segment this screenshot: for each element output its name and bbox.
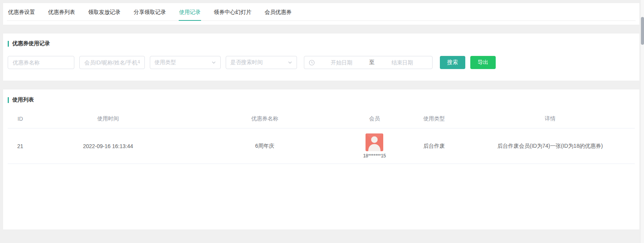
coupon-name-input[interactable] [8, 56, 74, 69]
title-accent-bar [8, 41, 9, 47]
page-container: 优惠券设置 优惠券列表 领取发放记录 分享领取记录 使用记录 领券中心幻灯片 会… [3, 3, 639, 230]
search-time-select[interactable]: 是否搜索时间 [226, 56, 297, 69]
col-header-detail: 详情 [465, 107, 635, 128]
date-range-separator: 至 [367, 59, 377, 66]
tab-coupon-center-slides[interactable]: 领券中心幻灯片 [213, 3, 252, 21]
col-header-id: ID [8, 107, 33, 128]
start-date-input[interactable] [316, 59, 367, 66]
use-type-select[interactable]: 使用类型 [150, 56, 221, 69]
cell-id: 21 [8, 128, 33, 164]
filter-section-title: 优惠券使用记录 [8, 40, 635, 47]
use-type-select-placeholder: 使用类型 [154, 59, 176, 66]
tab-member-coupons[interactable]: 会员优惠券 [264, 3, 292, 21]
list-section-title: 使用列表 [8, 96, 635, 103]
search-time-select-placeholder: 是否搜索时间 [230, 59, 263, 66]
scrollbar[interactable] [640, 0, 644, 243]
tab-usage-records[interactable]: 使用记录 [179, 3, 201, 21]
col-header-use-time: 使用时间 [33, 107, 183, 128]
table-row: 21 2022-09-16 16:13:44 6周年庆 [8, 128, 635, 164]
filter-title-text: 优惠券使用记录 [12, 40, 50, 47]
member-search-input[interactable] [79, 56, 145, 69]
cell-member: 18*******15 [346, 128, 403, 164]
cell-coupon-name: 6周年庆 [183, 128, 346, 164]
usage-record-filter-card: 优惠券使用记录 使用类型 是否搜索时间 [3, 34, 639, 81]
col-header-coupon-name: 优惠券名称 [183, 107, 346, 128]
search-button[interactable]: 搜索 [440, 56, 465, 69]
member-box: 18*******15 [346, 133, 403, 159]
title-accent-bar [8, 97, 9, 103]
member-avatar[interactable] [366, 133, 383, 151]
scrollbar-thumb[interactable] [641, 17, 644, 45]
date-range-picker[interactable]: 至 [304, 56, 433, 69]
table-header-row: ID 使用时间 优惠券名称 会员 使用类型 详情 [8, 107, 635, 128]
tab-coupon-settings[interactable]: 优惠券设置 [8, 3, 35, 21]
tab-receive-issue-records[interactable]: 领取发放记录 [88, 3, 121, 21]
tab-share-receive-records[interactable]: 分享领取记录 [133, 3, 166, 21]
col-header-use-type: 使用类型 [403, 107, 466, 128]
chevron-down-icon [288, 60, 292, 65]
cell-use-type: 后台作废 [403, 128, 466, 164]
clock-icon [309, 60, 315, 66]
col-header-member: 会员 [346, 107, 403, 128]
tab-coupon-list[interactable]: 优惠券列表 [48, 3, 75, 21]
tab-list: 优惠券设置 优惠券列表 领取发放记录 分享领取记录 使用记录 领券中心幻灯片 会… [7, 3, 636, 21]
usage-table: ID 使用时间 优惠券名称 会员 使用类型 详情 21 2022-09-16 1… [8, 107, 635, 164]
usage-list-card: 使用列表 ID 使用时间 优惠券名称 会员 使用类型 详情 21 [3, 89, 639, 230]
end-date-input[interactable] [377, 59, 428, 66]
list-title-text: 使用列表 [12, 96, 34, 103]
member-phone: 18*******15 [363, 153, 386, 159]
tab-bar: 优惠券设置 优惠券列表 领取发放记录 分享领取记录 使用记录 领券中心幻灯片 会… [3, 3, 639, 25]
cell-detail: 后台作废会员(ID为74)一张(ID为18的优惠券) [465, 128, 635, 164]
person-silhouette-icon [366, 133, 383, 151]
filter-row: 使用类型 是否搜索时间 至 搜索 导出 [8, 56, 635, 69]
export-button[interactable]: 导出 [470, 56, 496, 69]
cell-use-time: 2022-09-16 16:13:44 [33, 128, 183, 164]
chevron-down-icon [211, 60, 216, 65]
